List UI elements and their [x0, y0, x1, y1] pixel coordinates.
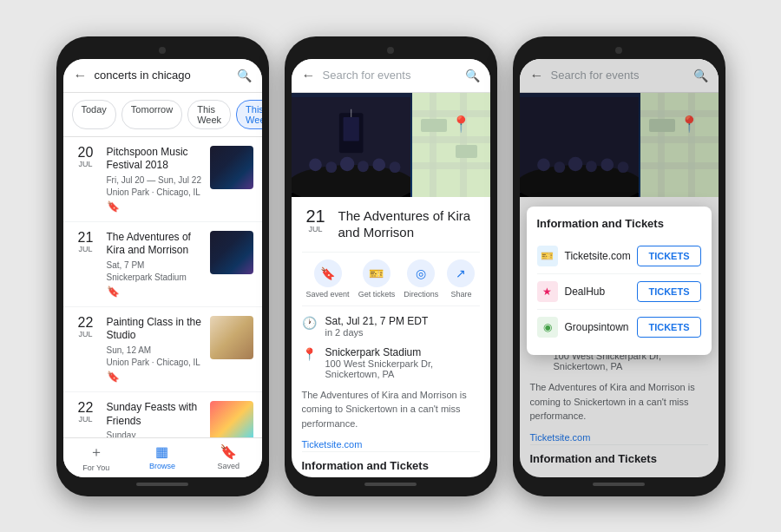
nav-saved[interactable]: 🔖 Saved	[195, 443, 261, 472]
event-1-title: Pitchspoon Music Festival 2018	[107, 146, 203, 173]
nav-for-you[interactable]: ＋ For You	[63, 443, 129, 472]
crowd-svg	[292, 93, 410, 197]
filter-thisweek[interactable]: This Week	[187, 100, 231, 129]
svg-rect-11	[412, 93, 490, 197]
phone-2-search-icon[interactable]: 🔍	[465, 69, 480, 82]
venue-info: Snickerpark Stadium 100 West Snickerpark…	[325, 346, 480, 379]
filter-today[interactable]: Today	[72, 100, 116, 129]
info-tickets-header: Information and Tickets	[302, 451, 480, 476]
event-detail-title: The Adventures of Kira and Morrison	[338, 207, 480, 241]
event-4-title: Sunday Feasts with Friends	[107, 401, 203, 428]
back-arrow-icon[interactable]: ←	[74, 68, 88, 83]
venue-row: 📍 Snickerpark Stadium 100 West Snickerpa…	[302, 346, 480, 379]
event-2-image	[210, 231, 253, 274]
bottom-nav: ＋ For You ▦ Browse 🔖 Saved	[63, 437, 262, 477]
phone-1-search-bar: ← concerts in chicago 🔍	[63, 59, 262, 93]
action-buttons: 🔖 Saved event 🎫 Get tickets ◎ Directions…	[302, 252, 480, 306]
provider-1-tickets-btn[interactable]: TICKETS	[637, 246, 700, 266]
phone-1-camera	[159, 47, 166, 54]
action-directions[interactable]: ◎ Directions	[404, 259, 438, 299]
event-item-2[interactable]: 21 JUL The Adventures of Kira and Morris…	[63, 222, 262, 307]
saved-event-label: Saved event	[306, 290, 350, 299]
filter-tabs: Today Tomorrow This Week This Weekend	[63, 93, 262, 137]
filter-thisweekend[interactable]: This Weekend	[236, 100, 261, 129]
svg-rect-17	[421, 119, 447, 132]
event-3-month: JUL	[72, 330, 100, 338]
event-1-day: 20	[72, 146, 100, 160]
saved-event-icon: 🔖	[314, 259, 342, 287]
action-saved[interactable]: 🔖 Saved event	[306, 259, 350, 299]
event-2-day: 21	[72, 231, 100, 245]
event-detail-content: 21 JUL The Adventures of Kira and Morris…	[292, 197, 490, 477]
phone-3-bottom-bar	[593, 483, 645, 486]
provider-2-info: ★ DealHub	[537, 281, 606, 302]
share-icon: ↗	[447, 259, 475, 287]
event-2-info: The Adventures of Kira and Morrison Sat,…	[107, 231, 203, 298]
event-description: The Adventures of Kira and Morrison is c…	[302, 388, 480, 431]
event-3-day: 22	[72, 316, 100, 330]
action-tickets[interactable]: 🎫 Get tickets	[358, 259, 396, 299]
share-label: Share	[450, 290, 471, 299]
filter-tomorrow[interactable]: Tomorrow	[121, 100, 182, 129]
clock-icon: 🕐	[302, 316, 317, 330]
event-1-month: JUL	[72, 160, 100, 168]
provider-2-logo: ★	[537, 281, 558, 302]
svg-text:📍: 📍	[451, 115, 471, 134]
event-2-bookmark[interactable]: 🔖	[107, 286, 203, 298]
event-4-date: 22 JUL	[72, 401, 100, 424]
event-days-away: in 2 days	[325, 327, 429, 338]
event-1-bookmark[interactable]: 🔖	[107, 200, 203, 213]
event-3-info: Painting Class in the Studio Sun, 12 AM …	[107, 316, 203, 383]
provider-3-info: ◉ Groupsintown	[537, 317, 629, 338]
event-2-title: The Adventures of Kira and Morrison	[107, 231, 203, 258]
provider-3-name: Groupsintown	[565, 321, 629, 333]
phone-2-back-arrow[interactable]: ←	[302, 68, 316, 83]
svg-point-3	[325, 161, 337, 173]
event-4-sub1: Sunday	[107, 430, 203, 437]
search-query: concerts in chicago	[95, 69, 230, 82]
event-link[interactable]: Ticketsite.com	[302, 439, 363, 450]
svg-point-6	[372, 158, 385, 171]
concert-crowd-image	[292, 93, 410, 197]
map-overlay: 📍	[412, 93, 490, 197]
event-item-3[interactable]: 22 JUL Painting Class in the Studio Sun,…	[63, 307, 262, 392]
venue-address: 100 West Snickerpark Dr, Snickertown, PA	[325, 358, 480, 379]
browse-icon: ▦	[155, 443, 168, 460]
directions-label: Directions	[404, 290, 438, 299]
phone-2-bottom-bar	[364, 483, 417, 486]
phone-1-bottom-bar	[136, 483, 188, 486]
event-2-sub1: Sat, 7 PM	[107, 259, 203, 272]
phone-2-search-text: Search for events	[323, 69, 458, 82]
phone-2: ← Search for events 🔍	[285, 36, 497, 496]
for-you-label: For You	[82, 463, 109, 472]
provider-3-tickets-btn[interactable]: TICKETS	[637, 317, 700, 338]
directions-icon: ◎	[407, 259, 435, 287]
event-2-month: JUL	[72, 245, 100, 253]
provider-2-name: DealHub	[565, 286, 606, 298]
provider-1-logo: 🎫	[537, 246, 558, 266]
svg-point-5	[358, 161, 369, 172]
get-tickets-icon: 🎫	[363, 259, 390, 287]
event-item-4[interactable]: 22 JUL Sunday Feasts with Friends Sunday…	[63, 392, 262, 437]
action-share[interactable]: ↗ Share	[447, 259, 475, 299]
event-detail-date: 21 JUL	[302, 207, 330, 241]
location-icon: 📍	[302, 347, 317, 361]
phone-1: ← concerts in chicago 🔍 Today Tomorrow T…	[56, 36, 269, 496]
event-3-bookmark[interactable]: 🔖	[107, 371, 203, 383]
for-you-icon: ＋	[89, 443, 103, 462]
phone-1-screen: ← concerts in chicago 🔍 Today Tomorrow T…	[63, 59, 262, 477]
svg-rect-18	[456, 145, 477, 158]
phone-2-screen: ← Search for events 🔍	[292, 59, 490, 477]
event-item-1[interactable]: 20 JUL Pitchspoon Music Festival 2018 Fr…	[63, 137, 262, 222]
saved-icon: 🔖	[220, 443, 237, 460]
phone-2-search-bar: ← Search for events 🔍	[292, 59, 490, 93]
provider-1-info: 🎫 Ticketsite.com	[537, 246, 631, 266]
event-detail-day: 21	[302, 207, 330, 225]
event-3-image	[210, 316, 253, 359]
nav-browse[interactable]: ▦ Browse	[129, 443, 195, 472]
event-4-image	[210, 401, 253, 437]
svg-rect-9	[343, 116, 358, 140]
event-3-sub1: Sun, 12 AM	[107, 345, 203, 357]
search-icon[interactable]: 🔍	[237, 69, 252, 82]
provider-2-tickets-btn[interactable]: TICKETS	[637, 281, 700, 302]
